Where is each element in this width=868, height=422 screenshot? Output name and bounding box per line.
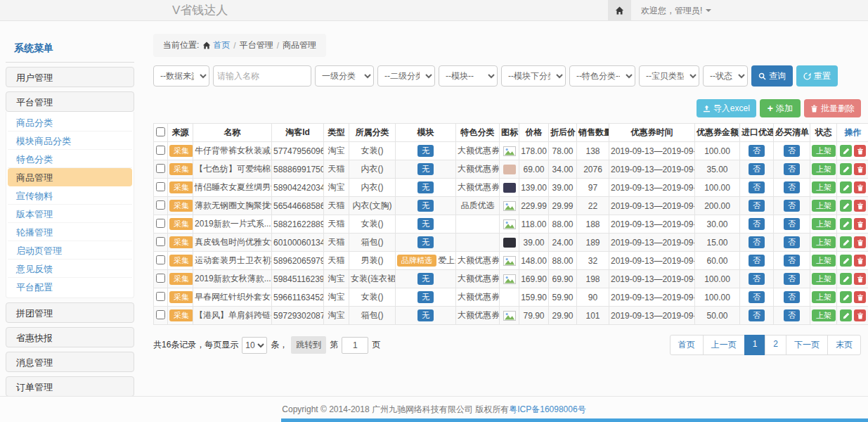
import-toggle[interactable]: 否 xyxy=(749,291,765,303)
row-checkbox[interactable] xyxy=(156,146,165,155)
import-toggle[interactable]: 否 xyxy=(749,236,765,248)
edit-button[interactable] xyxy=(840,218,852,230)
page-number-input[interactable] xyxy=(342,337,368,354)
row-checkbox[interactable] xyxy=(156,274,165,283)
row-checkbox[interactable] xyxy=(156,182,165,191)
status-badge[interactable]: 上架 xyxy=(812,181,836,193)
edit-button[interactable] xyxy=(840,291,852,303)
module-sub-select[interactable]: --模块下分类-- xyxy=(501,65,566,87)
must-buy-toggle[interactable]: 否 xyxy=(784,236,800,248)
delete-button[interactable] xyxy=(854,255,866,267)
import-toggle[interactable]: 否 xyxy=(749,255,765,267)
row-checkbox[interactable] xyxy=(156,237,165,246)
row-checkbox[interactable] xyxy=(156,164,165,173)
import-toggle[interactable]: 否 xyxy=(749,273,765,285)
edit-button[interactable] xyxy=(840,236,852,248)
import-toggle[interactable]: 否 xyxy=(749,309,765,321)
import-excel-button[interactable]: 导入excel xyxy=(697,99,756,117)
sidebar-item-product-category[interactable]: 商品分类 xyxy=(8,113,132,132)
status-badge[interactable]: 上架 xyxy=(812,163,836,175)
search-button[interactable]: 查询 xyxy=(751,65,793,87)
status-badge[interactable]: 上架 xyxy=(812,236,836,248)
delete-button[interactable] xyxy=(854,145,866,157)
jump-button[interactable]: 跳转到 xyxy=(291,336,326,354)
feature-category-select[interactable]: --特色分类-- xyxy=(569,65,635,87)
status-badge[interactable]: 上架 xyxy=(812,145,836,157)
must-buy-toggle[interactable]: 否 xyxy=(784,181,800,193)
sidebar-item-platform-config[interactable]: 平台配置 xyxy=(8,278,132,296)
delete-button[interactable] xyxy=(854,181,866,193)
sidebar-item-saving-express[interactable]: 省惠快报 xyxy=(6,327,134,347)
sidebar-item-splash-management[interactable]: 启动页管理 xyxy=(8,241,132,260)
breadcrumb-home-link[interactable]: 首页 xyxy=(202,39,230,51)
add-button[interactable]: + 添加 xyxy=(760,99,801,117)
must-buy-toggle[interactable]: 否 xyxy=(784,218,800,230)
delete-button[interactable] xyxy=(854,309,866,321)
reset-button[interactable]: 重置 xyxy=(796,65,838,87)
sidebar-item-carousel-management[interactable]: 轮播管理 xyxy=(8,223,132,241)
pager-first[interactable]: 首页 xyxy=(670,335,704,355)
sidebar-item-module-product-category[interactable]: 模块商品分类 xyxy=(8,132,132,150)
data-source-select[interactable]: --数据来源-- xyxy=(153,65,209,87)
user-menu[interactable]: 欢迎您，管理员! xyxy=(641,5,711,17)
icp-link[interactable]: 粤ICP备16098006号 xyxy=(509,404,585,416)
pager-page-1[interactable]: 1 xyxy=(744,335,766,355)
edit-button[interactable] xyxy=(840,145,852,157)
import-toggle[interactable]: 否 xyxy=(749,163,765,175)
sidebar-item-promo-material[interactable]: 宣传物料 xyxy=(8,186,132,205)
pager-prev[interactable]: 上一页 xyxy=(703,335,745,355)
edit-button[interactable] xyxy=(840,255,852,267)
delete-button[interactable] xyxy=(854,236,866,248)
page-size-select[interactable]: 10 xyxy=(242,337,267,354)
status-select[interactable]: --状态-- xyxy=(703,65,748,87)
sidebar-item-platform-management[interactable]: 平台管理 xyxy=(6,91,134,112)
import-toggle[interactable]: 否 xyxy=(749,181,765,193)
must-buy-toggle[interactable]: 否 xyxy=(784,309,800,321)
name-search-input[interactable] xyxy=(213,65,311,87)
sidebar-item-version-management[interactable]: 版本管理 xyxy=(8,205,132,223)
must-buy-toggle[interactable]: 否 xyxy=(784,255,800,267)
must-buy-toggle[interactable]: 否 xyxy=(784,145,800,157)
must-buy-toggle[interactable]: 否 xyxy=(784,291,800,303)
import-toggle[interactable]: 否 xyxy=(749,200,765,212)
status-badge[interactable]: 上架 xyxy=(812,309,836,321)
edit-button[interactable] xyxy=(840,163,852,175)
import-toggle[interactable]: 否 xyxy=(749,145,765,157)
pager-next[interactable]: 下一页 xyxy=(786,335,828,355)
delete-button[interactable] xyxy=(854,200,866,212)
delete-button[interactable] xyxy=(854,218,866,230)
must-buy-toggle[interactable]: 否 xyxy=(784,273,800,285)
row-checkbox[interactable] xyxy=(156,200,165,210)
sidebar-item-feedback[interactable]: 意见反馈 xyxy=(8,260,132,278)
must-buy-toggle[interactable]: 否 xyxy=(784,200,800,212)
sidebar-item-order-management[interactable]: 订单管理 xyxy=(6,376,134,397)
delete-button[interactable] xyxy=(854,291,866,303)
edit-button[interactable] xyxy=(840,309,852,321)
row-checkbox[interactable] xyxy=(156,219,165,228)
batch-delete-button[interactable]: 批量删除 xyxy=(804,99,861,117)
row-checkbox[interactable] xyxy=(156,310,165,319)
import-toggle[interactable]: 否 xyxy=(749,218,765,230)
row-checkbox[interactable] xyxy=(156,292,165,301)
status-badge[interactable]: 上架 xyxy=(812,200,836,212)
item-type-select[interactable]: --宝贝类型-- xyxy=(639,65,699,87)
edit-button[interactable] xyxy=(840,273,852,285)
delete-button[interactable] xyxy=(854,163,866,175)
status-badge[interactable]: 上架 xyxy=(812,273,836,285)
edit-button[interactable] xyxy=(840,200,852,212)
pager-page-2[interactable]: 2 xyxy=(765,335,786,355)
status-badge[interactable]: 上架 xyxy=(812,255,836,267)
pager-last[interactable]: 末页 xyxy=(827,335,861,355)
level2-category-select[interactable]: --二级分类-- xyxy=(377,65,435,87)
sidebar-item-product-management-active[interactable]: 商品管理 xyxy=(8,168,132,186)
home-button[interactable] xyxy=(608,0,631,21)
select-all-checkbox[interactable] xyxy=(156,127,165,136)
must-buy-toggle[interactable]: 否 xyxy=(784,163,800,175)
status-badge[interactable]: 上架 xyxy=(812,291,836,303)
row-checkbox[interactable] xyxy=(156,255,165,264)
sidebar-item-feature-category[interactable]: 特色分类 xyxy=(8,150,132,168)
sidebar-item-message-management[interactable]: 消息管理 xyxy=(6,352,134,372)
delete-button[interactable] xyxy=(854,273,866,285)
sidebar-item-user-management[interactable]: 用户管理 xyxy=(6,67,134,87)
module-select[interactable]: --模块-- xyxy=(439,65,498,87)
